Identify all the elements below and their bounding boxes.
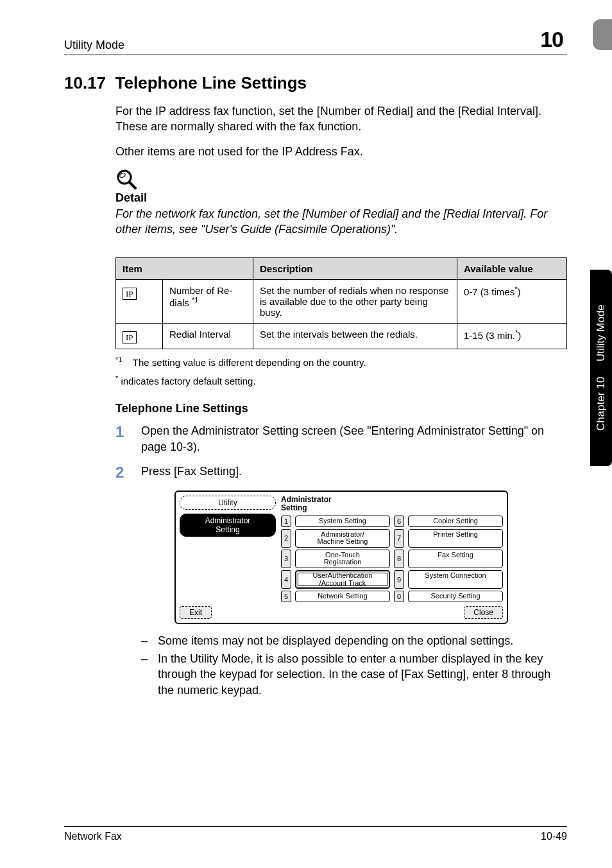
menu-num-9[interactable]: 9 [394,570,404,589]
cell-ip-badge: IP [116,324,163,349]
list-text: In the Utility Mode, it is also possible… [158,651,567,698]
table-row: IP Number of Re-dials *1 Set the number … [116,280,567,324]
screenshot-footer: Exit Close [180,606,503,619]
cell-description: Set the number of redials when no respon… [253,280,457,324]
panel-title: Administrator Setting [281,496,503,512]
printer-setting-button[interactable]: Printer Setting [408,529,503,548]
running-head-text: Utility Mode [64,39,124,52]
avail-pre: 0-7 (3 times [464,286,514,297]
footnote-text: The setting value is different depending… [133,357,366,368]
cell-description: Set the intervals between the redials. [253,324,457,349]
avail-pre: 1-15 (3 min. [464,330,515,341]
chapter-number: 10 [540,27,563,52]
th-item: Item [116,258,253,280]
list-text: Some items may not be displayed dependin… [158,633,513,648]
system-setting-button[interactable]: System Setting [295,516,390,527]
dash-list: – Some items may not be displayed depend… [141,633,567,698]
subheading: Telephone Line Settings [115,402,567,415]
menu-num-0[interactable]: 0 [394,591,404,602]
footer-page-number: 10-49 [541,831,567,842]
step-text: Press [Fax Setting]. [141,464,567,482]
admin-setting-screenshot: Utility Administrator Setting Administra… [174,490,508,624]
item-name-text: Number of Re-dials [169,285,232,308]
page-footer: Network Fax 10-49 [64,826,567,842]
tab-line1: Administrator [205,516,251,525]
dash-icon: – [141,651,158,698]
side-tab-mode: Utility Mode [595,305,608,362]
screenshot-right-panel: Administrator Setting 1 System Setting 6… [281,496,503,602]
screenshot-left-panel: Utility Administrator Setting [180,496,276,602]
running-header: Utility Mode 10 [64,27,567,55]
section-body: For the IP address fax function, set the… [115,103,567,237]
side-tab-chapter: Chapter 10 [595,377,608,431]
step-number: 1 [115,423,141,455]
settings-table: Item Description Available value IP Numb… [115,257,567,349]
cell-available: 1-15 (3 min.*) [457,324,567,349]
menu-num-4[interactable]: 4 [281,570,291,589]
svg-line-2 [130,182,135,188]
detail-label: Detail [115,191,567,205]
system-connection-button[interactable]: System Connection [408,570,503,589]
cell-item-name: Redial Interval [163,324,253,349]
footer-left: Network Fax [64,831,122,842]
security-setting-button[interactable]: Security Setting [408,591,503,602]
list-item: – Some items may not be displayed depend… [141,633,567,648]
footnote-mark: *1 [115,356,122,363]
magnifier-icon [115,168,567,190]
menu-num-6[interactable]: 6 [394,516,404,527]
cell-ip-badge: IP [116,280,163,324]
th-description: Description [253,258,457,280]
step-2: 2 Press [Fax Setting]. [115,464,567,482]
list-item: – In the Utility Mode, it is also possib… [141,651,567,698]
paragraph: For the IP address fax function, set the… [115,103,567,135]
avail-post: ) [517,286,520,297]
running-head-right: 10 [540,27,567,52]
administrator-machine-setting-button[interactable]: Administrator/Machine Setting [295,529,390,548]
footnote-2: * indicates factory default setting. [115,374,567,386]
step-number: 2 [115,464,141,482]
avail-post: ) [518,330,521,341]
corner-tab [593,19,612,50]
fax-setting-button[interactable]: Fax Setting [408,550,503,568]
one-touch-registration-button[interactable]: One-TouchRegistration [295,550,390,568]
footnote-mark: *1 [192,296,198,304]
table-row: IP Redial Interval Set the intervals bet… [116,324,567,349]
page: Utility Mode 10 10.17 Telephone Line Set… [0,0,612,868]
title-line2: Setting [281,503,307,512]
step-1: 1 Open the Administrator Setting screen … [115,423,567,455]
copier-setting-button[interactable]: Copier Setting [408,516,503,527]
table-block: Item Description Available value IP Numb… [115,257,567,697]
network-setting-button[interactable]: Network Setting [295,591,390,602]
exit-button[interactable]: Exit [180,606,212,619]
cell-available: 0-7 (3 times*) [457,280,567,324]
close-button[interactable]: Close [464,606,503,619]
paragraph: Other items are not used for the IP Addr… [115,144,567,159]
ip-badge: IP [123,288,137,300]
section-number: 10.17 [64,73,106,92]
menu-num-2[interactable]: 2 [281,529,291,548]
cell-item-name: Number of Re-dials *1 [163,280,253,324]
utility-pill[interactable]: Utility [180,496,276,510]
menu-num-8[interactable]: 8 [394,550,404,568]
footnote-1: *1 The setting value is different depend… [115,356,567,368]
menu-num-3[interactable]: 3 [281,550,291,568]
menu-num-7[interactable]: 7 [394,529,404,548]
dash-icon: – [141,633,158,648]
user-authentication-account-track-button[interactable]: UserAuthentication/Account Track [295,570,390,589]
section-title: Telephone Line Settings [115,73,307,92]
administrator-setting-tab[interactable]: Administrator Setting [180,514,276,537]
detail-text: For the network fax function, set the [N… [115,206,567,238]
step-text: Open the Administrator Setting screen (S… [141,423,567,455]
ip-badge: IP [123,331,137,343]
footnote-text: indicates factory default setting. [118,376,255,386]
th-available: Available value [457,258,567,280]
menu-num-1[interactable]: 1 [281,516,291,527]
tab-line2: Setting [216,525,239,534]
side-tab: Chapter 10 Utility Mode [590,270,612,466]
menu-num-5[interactable]: 5 [281,591,291,602]
menu-grid: 1 System Setting 6 Copier Setting 2 Admi… [281,516,503,602]
section-heading: 10.17 Telephone Line Settings [64,73,567,93]
